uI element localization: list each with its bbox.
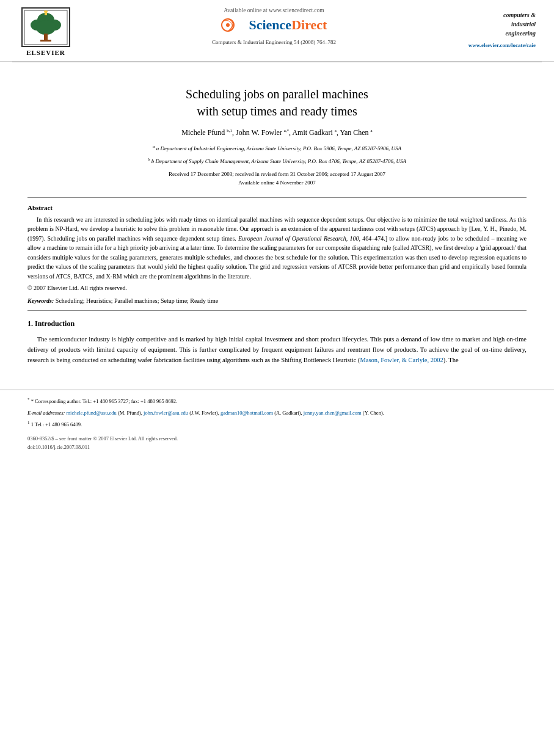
received-dates: Received 17 December 2003; received in r…: [27, 170, 527, 187]
abstract-top-rule: [27, 197, 527, 198]
ref-mason: Mason, Fowler, & Carlyle, 2002: [360, 357, 443, 363]
available-online-text: Available online at www.sciencedirect.co…: [86, 7, 462, 13]
svg-point-4: [36, 20, 56, 35]
section1-heading: 1. Introduction: [27, 319, 527, 329]
elsevier-logo-section: ELSEVIER: [12, 7, 79, 56]
doi-line: doi:10.1016/j.cie.2007.08.011: [27, 443, 527, 452]
footnote-corresponding: * * Corresponding author. Tel.: +1 480 9…: [27, 396, 527, 405]
copyright: © 2007 Elsevier Ltd. All rights reserved…: [27, 285, 527, 291]
keywords-rule: [27, 310, 527, 311]
email-chen[interactable]: jenny.yan.chen@gmail.com: [304, 410, 362, 416]
keywords: Keywords: Scheduling; Heuristics; Parall…: [27, 297, 527, 304]
abstract-title: Abstract: [27, 204, 527, 211]
abstract-section: Abstract In this research we are interes…: [27, 204, 527, 292]
elsevier-label: ELSEVIER: [26, 49, 65, 56]
header: ELSEVIER Available online at www.science…: [0, 0, 554, 62]
abstract-text: In this research we are interested in sc…: [27, 215, 527, 282]
footer-bottom: 0360-8352/$ – see front matter © 2007 El…: [27, 435, 527, 451]
section1-text: The semiconductor industry is highly com…: [27, 335, 527, 365]
header-center: Available online at www.sciencedirect.co…: [79, 7, 468, 45]
email-fowler[interactable]: john.fowler@asu.edu: [144, 410, 188, 416]
issn-line: 0360-8352/$ – see front matter © 2007 El…: [27, 435, 527, 443]
svg-point-8: [44, 10, 48, 13]
email-gadkari[interactable]: gadman10@hotmail.com: [221, 410, 273, 416]
svg-rect-5: [44, 34, 48, 40]
authors-line: Michele Pfund b,1, John W. Fowler a,*, A…: [27, 128, 527, 137]
paper-title: Scheduling jobs on parallel machineswith…: [27, 85, 527, 120]
journal-name-right: computers &industrialengineering: [468, 10, 536, 38]
footnote-email: E-mail addresses: michele.pfund@asu.edu …: [27, 409, 527, 417]
sciencedirect-icon: [221, 16, 245, 34]
page: ELSEVIER Available online at www.science…: [0, 0, 554, 756]
sciencedirect-logo: ScienceDirect: [221, 16, 327, 34]
keywords-values: Scheduling; Heuristics; Parallel machine…: [56, 297, 218, 304]
keywords-label: Keywords:: [27, 297, 54, 304]
affiliation-a: a a Department of Industrial Engineering…: [27, 144, 527, 153]
header-right: computers &industrialengineering www.els…: [468, 7, 536, 50]
footer: * * Corresponding author. Tel.: +1 480 9…: [0, 390, 554, 457]
elsevier-tree-icon: [23, 9, 68, 46]
main-content: Scheduling jobs on parallel machineswith…: [0, 62, 554, 377]
svg-rect-6: [40, 40, 51, 42]
elsevier-logo-box: [21, 7, 70, 47]
website-link: www.elsevier.com/locate/caie: [468, 42, 536, 50]
footnote-1: 1 1 Tel.: +1 480 965 6409.: [27, 420, 527, 429]
journal-info: Computers & Industrial Engineering 54 (2…: [86, 39, 462, 45]
email-pfund[interactable]: michele.pfund@asu.edu: [66, 410, 116, 416]
svg-point-10: [226, 23, 230, 27]
sciencedirect-text: ScienceDirect: [249, 17, 327, 33]
affiliation-b: b b Department of Supply Chain Managemen…: [27, 156, 527, 165]
